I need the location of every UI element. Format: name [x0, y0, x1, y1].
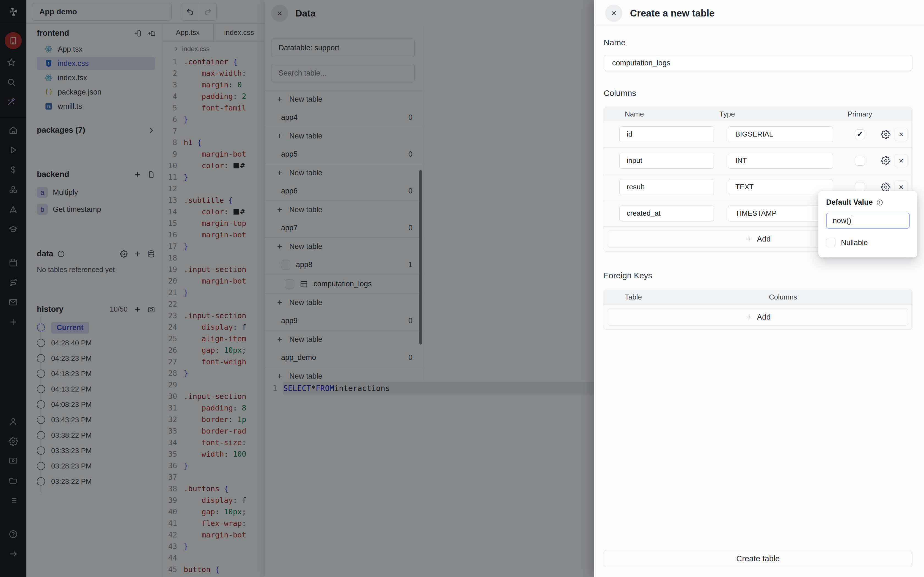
- folder-icon[interactable]: [6, 474, 20, 487]
- calendar-icon[interactable]: [6, 256, 20, 269]
- history-item[interactable]: 04:18:23 PM: [37, 366, 155, 381]
- column-type-input[interactable]: INT: [728, 153, 833, 169]
- help-icon[interactable]: [6, 527, 20, 541]
- file-item-package-json[interactable]: package.json: [37, 85, 155, 98]
- search-table-input[interactable]: Search table...: [271, 64, 415, 82]
- new-table-button[interactable]: New table: [265, 90, 423, 108]
- file-icon[interactable]: [147, 171, 155, 178]
- column-name-input[interactable]: id: [619, 126, 714, 142]
- mail-icon[interactable]: [6, 296, 20, 309]
- primary-checkbox[interactable]: [855, 182, 865, 192]
- history-item[interactable]: 04:13:22 PM: [37, 381, 155, 397]
- packages-row[interactable]: packages (7): [37, 126, 155, 135]
- workspace-icon[interactable]: [5, 32, 22, 49]
- history-item-current[interactable]: Current: [37, 320, 155, 335]
- table-checkbox[interactable]: [281, 260, 291, 269]
- column-type-input[interactable]: TIMESTAMP: [728, 206, 833, 221]
- new-table-button[interactable]: New table: [265, 330, 423, 348]
- plus-icon[interactable]: [6, 316, 20, 329]
- new-table-button[interactable]: New table: [265, 127, 423, 145]
- add-icon[interactable]: [134, 250, 141, 258]
- history-item[interactable]: 03:23:22 PM: [37, 474, 155, 489]
- column-settings-gear-icon[interactable]: [879, 128, 892, 141]
- primary-checkbox[interactable]: ✓: [855, 129, 865, 139]
- home-icon[interactable]: [6, 124, 20, 137]
- add-foreign-key-button[interactable]: Add: [608, 309, 908, 326]
- file-item-index-css[interactable]: 3index.css: [37, 57, 155, 70]
- table-row-app4[interactable]: app40: [265, 108, 423, 127]
- new-table-button[interactable]: New table: [265, 238, 423, 255]
- play-icon[interactable]: [6, 143, 20, 156]
- primary-checkbox[interactable]: [855, 156, 865, 166]
- gear-icon[interactable]: [6, 435, 20, 448]
- history-item[interactable]: 04:28:40 PM: [37, 335, 155, 351]
- history-item[interactable]: 04:08:23 PM: [37, 397, 155, 412]
- column-settings-gear-icon[interactable]: [879, 154, 892, 167]
- new-table-button[interactable]: New table: [265, 294, 423, 311]
- star-icon[interactable]: [5, 56, 18, 69]
- file-item-index-tsx[interactable]: index.tsx: [37, 71, 155, 84]
- backend-item-b[interactable]: bGet timestamp: [37, 201, 155, 218]
- add-icon[interactable]: [134, 306, 141, 313]
- add-icon[interactable]: [134, 171, 141, 178]
- database-icon[interactable]: [147, 250, 155, 258]
- datatable-selector[interactable]: Datatable: support: [271, 39, 415, 57]
- history-item[interactable]: 03:43:23 PM: [37, 412, 155, 427]
- table-row-app8[interactable]: app81: [265, 255, 423, 274]
- table-row-app5[interactable]: app50: [265, 145, 423, 164]
- monitor-gear-icon[interactable]: [6, 455, 20, 467]
- person-icon[interactable]: [6, 415, 20, 428]
- table-row-app7[interactable]: app70: [265, 218, 423, 238]
- file-item-wmill-ts[interactable]: TSwmill.ts: [37, 100, 155, 113]
- column-type-input[interactable]: BIGSERIAL: [728, 126, 833, 142]
- new-table-button[interactable]: New table: [265, 367, 423, 382]
- sql-editor[interactable]: 1 SELECT * FROM interactions: [265, 382, 594, 395]
- nullable-checkbox[interactable]: [826, 238, 835, 247]
- table-checkbox[interactable]: [285, 279, 294, 289]
- route-icon[interactable]: [6, 276, 20, 289]
- table-row-app9[interactable]: app90: [265, 311, 423, 330]
- column-type-input[interactable]: TEXT: [728, 179, 833, 195]
- column-name-input[interactable]: result: [619, 179, 714, 195]
- undo-button[interactable]: [181, 3, 199, 20]
- camera-icon[interactable]: [147, 306, 155, 313]
- redo-button[interactable]: [199, 3, 216, 20]
- new-table-button[interactable]: New table: [265, 164, 423, 182]
- delete-column-icon[interactable]: ×: [895, 128, 908, 141]
- add-folder-icon[interactable]: [147, 29, 155, 37]
- code-area[interactable]: 1.container {2 max-width:3 margin: 04 pa…: [162, 56, 265, 577]
- gear-icon[interactable]: [120, 250, 128, 258]
- table-row-computation_logs[interactable]: computation_logs: [265, 274, 423, 294]
- new-table-button[interactable]: New table: [265, 201, 423, 218]
- close-icon[interactable]: ×: [605, 5, 622, 22]
- delete-column-icon[interactable]: ×: [895, 154, 908, 167]
- close-icon[interactable]: ×: [271, 5, 288, 22]
- table-row-app6[interactable]: app60: [265, 182, 423, 201]
- table-name-input[interactable]: computation_logs: [604, 55, 913, 71]
- app-name-input[interactable]: App demo: [32, 3, 171, 21]
- cubes-icon[interactable]: [6, 183, 20, 196]
- send-icon[interactable]: [6, 203, 20, 216]
- column-name-input[interactable]: created_at: [619, 206, 714, 221]
- default-value-input[interactable]: now(): [826, 213, 910, 229]
- tab-index-css[interactable]: index.css: [214, 24, 265, 42]
- file-item-App-tsx[interactable]: App.tsx: [37, 43, 155, 56]
- arrow-right-icon[interactable]: [6, 547, 20, 561]
- list-icon[interactable]: [6, 494, 20, 507]
- dollar-icon[interactable]: [6, 163, 20, 176]
- history-item[interactable]: 04:23:23 PM: [37, 351, 155, 366]
- backend-item-a[interactable]: aMultiply: [37, 184, 155, 200]
- history-item[interactable]: 03:28:23 PM: [37, 458, 155, 474]
- windmill-logo-icon[interactable]: [6, 5, 20, 19]
- history-item[interactable]: 03:38:22 PM: [37, 427, 155, 443]
- magic-wand-icon[interactable]: [5, 95, 18, 108]
- search-icon[interactable]: [5, 76, 18, 89]
- tab-app-tsx[interactable]: App.tsx: [162, 24, 214, 42]
- scrollbar-thumb[interactable]: [419, 170, 422, 345]
- column-name-input[interactable]: input: [619, 153, 714, 169]
- history-item[interactable]: 03:33:23 PM: [37, 443, 155, 458]
- breadcrumb[interactable]: index.css: [162, 42, 265, 56]
- create-table-button[interactable]: Create table: [604, 550, 913, 567]
- table-row-app_demo[interactable]: app_demo0: [265, 348, 423, 367]
- add-file-icon[interactable]: [134, 29, 141, 37]
